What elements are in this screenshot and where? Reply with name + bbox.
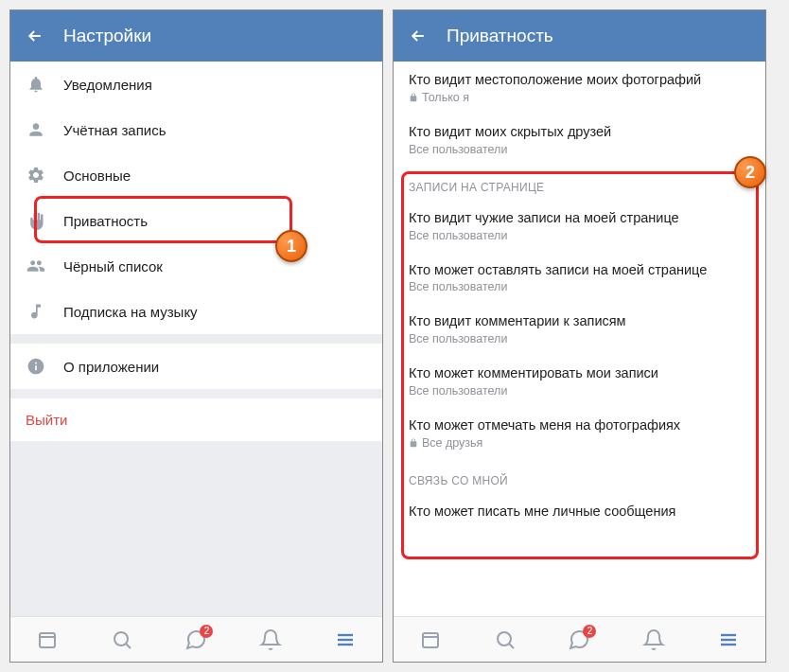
- nav-news-icon[interactable]: [34, 627, 61, 653]
- info-icon: [26, 356, 46, 377]
- svg-rect-0: [40, 633, 55, 647]
- privacy-item[interactable]: Кто видит моих скрытых друзей Все пользо…: [394, 114, 765, 166]
- svg-line-3: [126, 644, 131, 648]
- svg-rect-7: [423, 633, 438, 647]
- settings-item-general[interactable]: Основные: [10, 152, 382, 198]
- settings-item-privacy[interactable]: Приватность: [10, 198, 382, 243]
- settings-content: Уведомления Учётная запись Основные Прив…: [10, 62, 382, 616]
- privacy-item-title: Кто видит местоположение моих фотографий: [409, 71, 750, 89]
- header: Приватность: [394, 10, 765, 62]
- lock-icon: [409, 93, 418, 102]
- nav-search-icon[interactable]: [109, 627, 135, 653]
- logout-button[interactable]: Выйти: [10, 398, 382, 441]
- settings-item-label: Приватность: [63, 213, 148, 229]
- nav-menu-icon[interactable]: [715, 627, 742, 653]
- privacy-item[interactable]: Кто может комментировать мои записи Все …: [394, 355, 765, 407]
- back-arrow-icon[interactable]: [409, 27, 428, 45]
- privacy-item-title: Кто может писать мне личные сообщения: [409, 503, 750, 521]
- settings-item-label: Уведомления: [63, 77, 152, 93]
- privacy-content: Кто видит местоположение моих фотографий…: [394, 62, 765, 616]
- privacy-item-title: Кто видит моих скрытых друзей: [409, 123, 750, 141]
- privacy-item-title: Кто может отмечать меня на фотографиях: [409, 416, 750, 434]
- privacy-item[interactable]: Кто видит комментарии к записям Все поль…: [394, 303, 765, 355]
- settings-item-label: Чёрный список: [63, 258, 163, 274]
- svg-line-10: [509, 644, 514, 648]
- privacy-item-sub: Все пользователи: [409, 384, 750, 398]
- privacy-item-sub: Все пользователи: [409, 229, 750, 242]
- settings-item-notifications[interactable]: Уведомления: [10, 62, 382, 107]
- people-icon: [26, 256, 46, 276]
- divider: [10, 334, 382, 344]
- header: Настройки: [10, 10, 382, 62]
- privacy-item-title: Кто видит комментарии к записям: [409, 312, 750, 330]
- privacy-item-title: Кто видит чужие записи на моей странице: [409, 209, 750, 227]
- music-icon: [26, 301, 46, 322]
- privacy-item[interactable]: Кто может оставлять записи на моей стран…: [394, 252, 765, 304]
- person-icon: [26, 119, 46, 140]
- nav-menu-icon[interactable]: [332, 627, 359, 653]
- svg-point-9: [498, 632, 511, 645]
- divider: [10, 389, 382, 398]
- bottom-nav: 2: [10, 616, 382, 662]
- privacy-item-sub: Только я: [409, 91, 750, 104]
- section-header: СВЯЗЬ СО МНОЙ: [394, 459, 765, 493]
- about-section: О приложении: [10, 344, 382, 389]
- privacy-item[interactable]: Кто может отмечать меня на фотографиях В…: [394, 407, 765, 459]
- step-badge: 1: [275, 230, 307, 262]
- privacy-item-sub: Все пользователи: [409, 280, 750, 293]
- bottom-nav: 2: [394, 616, 765, 662]
- page-title: Настройки: [63, 26, 151, 46]
- settings-item-label: О приложении: [63, 359, 159, 375]
- privacy-screen: Приватность Кто видит местоположение мои…: [393, 9, 766, 663]
- nav-badge: 2: [583, 625, 596, 638]
- settings-item-label: Основные: [63, 168, 131, 184]
- page-title: Приватность: [447, 26, 553, 46]
- privacy-item-sub: Все пользователи: [409, 332, 750, 345]
- settings-screen: Настройки Уведомления Учётная запись Осн…: [9, 9, 383, 663]
- privacy-item[interactable]: Кто видит чужие записи на моей странице …: [394, 200, 765, 252]
- section-header: ЗАПИСИ НА СТРАНИЦЕ: [394, 166, 765, 200]
- nav-notifications-icon[interactable]: [257, 627, 284, 653]
- settings-item-blacklist[interactable]: Чёрный список: [10, 243, 382, 289]
- lock-icon: [409, 438, 418, 448]
- gear-icon: [26, 165, 46, 186]
- nav-messages-icon[interactable]: 2: [566, 627, 592, 653]
- step-badge: 2: [734, 156, 766, 188]
- privacy-item[interactable]: Кто видит местоположение моих фотографий…: [394, 62, 765, 114]
- back-arrow-icon[interactable]: [26, 27, 44, 45]
- settings-list: Уведомления Учётная запись Основные Прив…: [10, 62, 382, 334]
- nav-messages-icon[interactable]: 2: [183, 627, 209, 653]
- nav-news-icon[interactable]: [417, 627, 444, 653]
- settings-item-about[interactable]: О приложении: [10, 344, 382, 389]
- privacy-item[interactable]: Кто может писать мне личные сообщения: [394, 493, 765, 530]
- privacy-item-title: Кто может комментировать мои записи: [409, 364, 750, 382]
- empty-area: [10, 441, 382, 616]
- settings-item-music[interactable]: Подписка на музыку: [10, 289, 382, 334]
- privacy-item-sub: Все пользователи: [409, 143, 750, 156]
- nav-search-icon[interactable]: [492, 627, 518, 653]
- nav-badge: 2: [200, 625, 213, 638]
- privacy-item-title: Кто может оставлять записи на моей стран…: [409, 261, 750, 279]
- settings-item-label: Подписка на музыку: [63, 304, 198, 320]
- privacy-item-sub: Все друзья: [409, 436, 750, 450]
- nav-notifications-icon[interactable]: [640, 627, 667, 653]
- bell-icon: [26, 74, 46, 95]
- settings-item-account[interactable]: Учётная запись: [10, 107, 382, 152]
- svg-point-2: [114, 632, 128, 645]
- settings-item-label: Учётная запись: [63, 122, 167, 138]
- hand-icon: [26, 210, 46, 231]
